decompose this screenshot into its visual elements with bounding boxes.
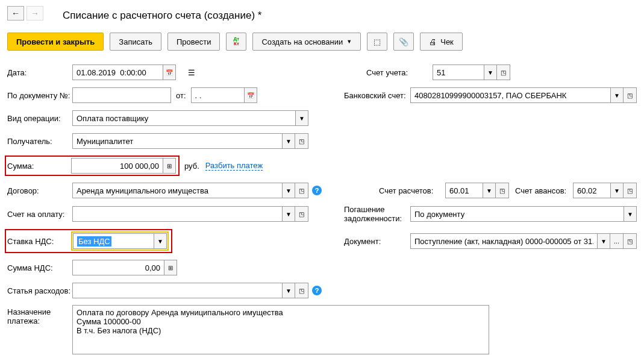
- create-based-on-button[interactable]: Создать на основании ▼: [252, 33, 361, 51]
- settlement-account-label: Счет расчетов:: [379, 186, 445, 195]
- printer-icon: 🖨: [429, 37, 437, 46]
- bank-account-label: Банковский счет:: [344, 91, 410, 100]
- bank-account-input[interactable]: [410, 87, 610, 103]
- from-label: от:: [176, 91, 186, 100]
- calendar-icon[interactable]: 📅: [244, 87, 257, 103]
- page-title: Списание с расчетного счета (создание) *: [63, 10, 637, 22]
- vat-sum-label: Сумма НДС:: [7, 263, 72, 272]
- document-label: Документ:: [344, 237, 410, 246]
- post-button[interactable]: Провести: [167, 33, 220, 51]
- nav-forward-button[interactable]: →: [27, 6, 43, 20]
- open-icon[interactable]: ◳: [295, 133, 308, 149]
- settlement-account-input[interactable]: [445, 183, 483, 198]
- open-icon[interactable]: ◳: [295, 283, 308, 298]
- dropdown-icon[interactable]: ▼: [282, 183, 295, 198]
- doc-number-input[interactable]: [72, 87, 171, 103]
- calculator-icon[interactable]: ⊞: [164, 260, 177, 275]
- dropdown-icon[interactable]: ▼: [597, 233, 610, 249]
- date-label: Дата:: [7, 68, 72, 77]
- dropdown-icon[interactable]: ▼: [282, 133, 295, 149]
- purpose-textarea[interactable]: [72, 305, 489, 354]
- open-icon[interactable]: ◳: [624, 87, 637, 103]
- recipient-label: Получатель:: [7, 137, 72, 146]
- from-date-input[interactable]: [191, 87, 244, 103]
- help-icon[interactable]: ?: [312, 286, 322, 295]
- recipient-input[interactable]: [72, 133, 282, 149]
- open-icon[interactable]: ◳: [624, 233, 637, 249]
- dtkt-icon: ДтКт: [234, 37, 240, 46]
- vat-sum-input[interactable]: [72, 260, 164, 275]
- dropdown-icon[interactable]: ▼: [484, 64, 497, 80]
- operation-type-label: Вид операции:: [7, 114, 72, 123]
- dtkt-button[interactable]: ДтКт: [226, 33, 246, 51]
- purpose-label: Назначение платежа:: [7, 305, 72, 325]
- open-icon[interactable]: ◳: [295, 183, 308, 198]
- open-icon[interactable]: ◳: [497, 64, 510, 80]
- create-based-on-label: Создать на основании: [261, 37, 343, 46]
- dropdown-icon[interactable]: ▼: [295, 110, 308, 126]
- split-payment-link[interactable]: Разбить платеж: [205, 161, 263, 171]
- operation-type-input[interactable]: [72, 110, 295, 126]
- dropdown-icon[interactable]: ▼: [624, 206, 637, 222]
- structure-button[interactable]: ⬚: [367, 33, 387, 51]
- more-icon[interactable]: …: [610, 233, 624, 249]
- vat-rate-input[interactable]: Без НДС: [73, 233, 154, 249]
- debt-repayment-label: Погашение задолженности:: [344, 205, 410, 223]
- check-label: Чек: [440, 37, 454, 46]
- dropdown-icon[interactable]: ▼: [610, 87, 624, 103]
- attach-button[interactable]: 📎: [393, 33, 414, 51]
- invoice-input[interactable]: [72, 206, 282, 222]
- post-and-close-button[interactable]: Провести и закрыть: [7, 33, 104, 51]
- sum-input[interactable]: [71, 158, 163, 174]
- expense-item-input[interactable]: [72, 283, 282, 298]
- doc-number-label: По документу №:: [7, 91, 72, 100]
- open-icon[interactable]: ◳: [295, 206, 308, 222]
- vat-rate-value: Без НДС: [77, 236, 111, 247]
- account-input[interactable]: [433, 64, 484, 80]
- dropdown-icon[interactable]: ▼: [282, 206, 295, 222]
- help-icon[interactable]: ?: [312, 186, 322, 195]
- advance-account-label: Счет авансов:: [515, 186, 573, 195]
- check-button[interactable]: 🖨Чек: [420, 33, 463, 51]
- dropdown-icon[interactable]: ▼: [483, 183, 496, 198]
- list-icon[interactable]: ☰: [183, 66, 200, 78]
- contract-input[interactable]: [72, 183, 282, 198]
- toolbar: Провести и закрыть Записать Провести ДтК…: [7, 33, 637, 51]
- write-button[interactable]: Записать: [110, 33, 161, 51]
- nav-back-button[interactable]: ←: [7, 6, 24, 20]
- account-label: Счет учета:: [366, 68, 433, 77]
- contract-label: Договор:: [7, 186, 72, 195]
- currency-label: руб.: [184, 162, 199, 171]
- vat-rate-label: Ставка НДС:: [7, 237, 71, 246]
- invoice-label: Счет на оплату:: [7, 210, 72, 219]
- advance-account-input[interactable]: [573, 183, 610, 198]
- document-input[interactable]: [410, 233, 597, 249]
- dropdown-icon[interactable]: ▼: [154, 233, 167, 249]
- date-input[interactable]: [72, 64, 163, 80]
- sum-label: Сумма:: [7, 162, 71, 171]
- open-icon[interactable]: ◳: [624, 183, 637, 198]
- dropdown-icon[interactable]: ▼: [610, 183, 624, 198]
- dropdown-icon[interactable]: ▼: [282, 283, 295, 298]
- calculator-icon[interactable]: ⊞: [163, 158, 176, 174]
- calendar-icon[interactable]: 📅: [163, 64, 176, 80]
- open-icon[interactable]: ◳: [496, 183, 509, 198]
- expense-item-label: Статья расходов:: [7, 286, 72, 295]
- debt-repayment-input[interactable]: [410, 206, 624, 222]
